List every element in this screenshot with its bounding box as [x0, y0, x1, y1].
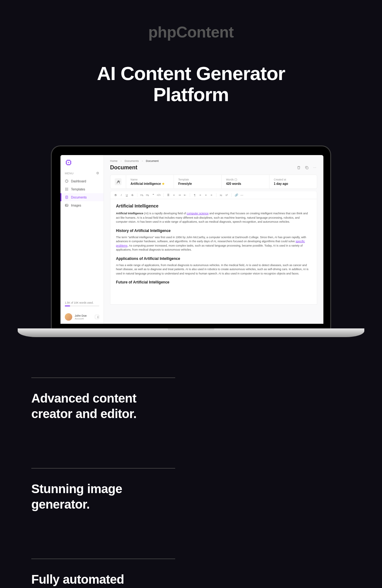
app-logo[interactable] — [60, 155, 104, 169]
user-sub: Account — [75, 317, 92, 320]
usage-bar — [65, 305, 99, 306]
svg-point-18 — [65, 189, 66, 189]
link-icon[interactable]: 🔗 — [234, 194, 238, 197]
subscript-icon[interactable]: x₂ — [219, 194, 223, 197]
sidebar-item-images[interactable]: Images — [60, 201, 104, 209]
breadcrumb-item: Document — [146, 159, 159, 163]
dashboard-icon — [65, 179, 69, 183]
laptop-mockup: MENU ⚙ Dashboard Templates Documents — [51, 145, 331, 340]
bold-icon[interactable]: B — [113, 194, 118, 197]
gear-icon[interactable]: ⚙ — [96, 171, 100, 175]
user-account-row[interactable]: John Doe Account — [65, 310, 99, 321]
user-name: John Doe — [75, 314, 92, 317]
list-bullet-icon[interactable]: ≣ — [166, 194, 171, 197]
trash-icon[interactable] — [296, 165, 301, 170]
svg-point-22 — [66, 190, 67, 191]
feature-item: Stunning image generator. — [31, 468, 175, 512]
editor-toolbar: B I U S H₁ H₂ ❝ </> ≣ ≡ ⇥ ⇤ — [110, 191, 317, 199]
meta-words-value: 420 words — [226, 182, 265, 185]
code-icon[interactable]: </> — [157, 194, 161, 197]
outdent-icon[interactable]: ⇤ — [183, 194, 187, 197]
avatar — [65, 313, 72, 321]
meta-template-label: Template — [178, 178, 217, 181]
meta-words-label: Wordsi — [226, 178, 265, 181]
svg-point-16 — [66, 188, 67, 189]
svg-point-15 — [65, 188, 66, 189]
h2-icon[interactable]: H₂ — [145, 194, 150, 197]
svg-point-23 — [68, 190, 68, 191]
document-type-icon — [115, 178, 122, 185]
align-right-icon[interactable]: ≡ — [209, 194, 214, 197]
article-subheading: Applications of Artificial Intelligence — [116, 256, 311, 261]
sidebar: MENU ⚙ Dashboard Templates Documents — [60, 155, 104, 324]
svg-point-19 — [66, 189, 67, 189]
menu-section-label: MENU — [65, 172, 74, 175]
copy-icon[interactable] — [304, 165, 309, 170]
page-title: Document — [110, 164, 137, 171]
align-left-icon[interactable]: ≡ — [198, 194, 202, 197]
svg-point-17 — [68, 188, 68, 189]
svg-point-1 — [68, 162, 69, 163]
sidebar-item-label: Documents — [71, 196, 87, 199]
sidebar-item-dashboard[interactable]: Dashboard — [60, 177, 104, 185]
main-headline: AI Content Generator Platform — [0, 63, 382, 105]
list-ordered-icon[interactable]: ≡ — [172, 194, 176, 197]
indent-icon[interactable]: ⇥ — [177, 194, 182, 197]
chevron-right-icon: › — [121, 159, 122, 163]
info-icon[interactable]: i — [234, 178, 237, 181]
strike-icon[interactable]: S — [130, 194, 135, 197]
chevron-right-icon: › — [142, 159, 143, 163]
svg-point-20 — [68, 189, 68, 189]
hr-icon[interactable]: — — [240, 194, 244, 197]
meta-template-value: Freestyle — [178, 182, 217, 185]
image-icon — [65, 203, 69, 207]
sidebar-item-templates[interactable]: Templates — [60, 185, 104, 193]
sidebar-item-label: Templates — [71, 188, 85, 191]
superscript-icon[interactable]: x² — [224, 194, 229, 197]
editor-content[interactable]: Artificial Intelligence Artificial Intel… — [110, 199, 317, 305]
article-paragraph: AI has a wide range of applications, fro… — [116, 263, 311, 276]
article-paragraph: Artificial Intelligence (AI) is a rapidl… — [116, 212, 311, 224]
meta-name-label: Name — [131, 178, 169, 181]
more-icon[interactable]: ⋯ — [312, 165, 317, 170]
breadcrumb-item[interactable]: Documents — [125, 159, 139, 163]
h1-icon[interactable]: H₁ — [140, 194, 144, 197]
article-paragraph: The term "artificial intelligence" was f… — [116, 235, 311, 252]
feature-item: Fully automated payment system. — [31, 559, 175, 588]
main-content: Home › Documents › Document Document ⋯ — [104, 155, 323, 324]
feature-item: Advanced content creator and editor. — [31, 377, 175, 421]
features-grid: Advanced content creator and editor. Stu… — [31, 377, 351, 588]
sidebar-item-label: Dashboard — [71, 180, 86, 183]
underline-icon[interactable]: U — [125, 194, 129, 197]
breadcrumb: Home › Documents › Document — [110, 159, 317, 163]
logout-icon[interactable] — [95, 315, 99, 319]
align-center-icon[interactable]: ≡ — [204, 194, 208, 197]
document-icon — [65, 195, 69, 199]
svg-point-14 — [65, 180, 68, 183]
article-subheading: History of Artificial Intelligence — [116, 229, 311, 233]
article-subheading: Future of Artificial Intelligence — [116, 280, 311, 284]
svg-rect-30 — [306, 167, 308, 169]
content-link[interactable]: computer science — [187, 212, 209, 215]
meta-created-value: 1 day ago — [274, 182, 313, 185]
meta-created-label: Created at — [274, 178, 313, 181]
document-meta-card: Name Artificial intelligence ★ Template … — [110, 175, 317, 189]
article-heading: Artificial Intelligence — [116, 203, 311, 208]
brand-logo: phpContent — [0, 23, 382, 41]
svg-rect-28 — [65, 204, 68, 207]
italic-icon[interactable]: I — [119, 194, 123, 197]
sidebar-item-label: Images — [71, 204, 81, 207]
sidebar-item-documents[interactable]: Documents — [60, 193, 104, 201]
meta-name-value: Artificial intelligence ★ — [131, 182, 169, 185]
paragraph-icon[interactable]: ¶ — [193, 194, 197, 197]
quote-icon[interactable]: ❝ — [151, 194, 155, 197]
star-icon[interactable]: ★ — [162, 182, 165, 185]
grid-icon — [65, 187, 69, 191]
svg-point-21 — [65, 190, 66, 191]
usage-text: 1.5K of 10K words used. — [65, 301, 99, 304]
app-window: MENU ⚙ Dashboard Templates Documents — [60, 155, 323, 324]
breadcrumb-item[interactable]: Home — [110, 159, 118, 163]
